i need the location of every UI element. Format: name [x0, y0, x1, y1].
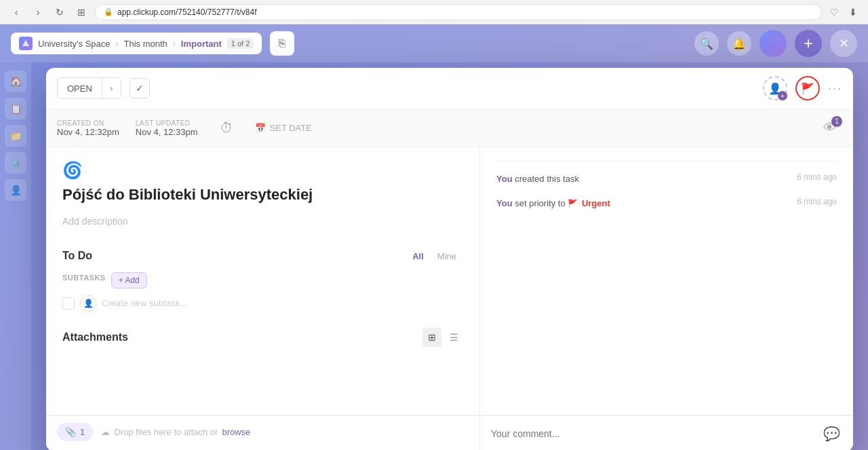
- modal-footer-left: 📎 1 ☁ Drop files here to attach or brows…: [46, 415, 480, 450]
- activity-text-created: You created this task: [496, 172, 786, 186]
- attachments-title: Attachments: [62, 331, 422, 343]
- sidebar-icon-settings[interactable]: ⚙️: [5, 152, 26, 174]
- comment-section: 💬: [480, 415, 853, 450]
- updated-date: Nov 4, 12:33pm: [136, 127, 198, 137]
- breadcrumb-total: 2: [245, 39, 250, 48]
- activity-divider: [496, 161, 837, 162]
- paperclip-icon: 📎: [65, 427, 76, 437]
- urgent-label: Urgent: [582, 198, 610, 208]
- comment-send-button[interactable]: 💬: [821, 423, 842, 445]
- activity-action-2: set priority to: [515, 198, 568, 208]
- watchers-button[interactable]: 👁 1: [818, 116, 842, 140]
- breadcrumb-sep-1: ›: [116, 39, 119, 48]
- task-emoji: 🌀: [62, 161, 463, 180]
- sidebar: 🏠 📋 📁 ⚙️ 👤: [0, 62, 31, 450]
- sidebar-icon-home[interactable]: 🏠: [5, 71, 26, 92]
- priority-flag-icon: 🚩: [568, 198, 578, 210]
- bookmark-icon[interactable]: ♡: [827, 5, 841, 19]
- modal-right-panel: You created this task 6 mins ago You set…: [480, 147, 853, 415]
- filter-all-button[interactable]: All: [406, 248, 431, 264]
- refresh-button[interactable]: ↻: [52, 4, 68, 20]
- workspace-logo: [19, 37, 33, 50]
- activity-text-priority: You set priority to 🚩 Urgent: [496, 197, 786, 210]
- send-icon: 💬: [823, 426, 840, 442]
- set-date-button[interactable]: 📅 SET DATE: [255, 123, 312, 133]
- activity-user-2: You: [496, 198, 513, 208]
- attachments-section: Attachments ⊞ ☰: [62, 328, 463, 347]
- view-grid-button[interactable]: ⊞: [422, 328, 441, 347]
- close-top-button[interactable]: ✕: [830, 30, 857, 57]
- task-title[interactable]: Pójść do Biblioteki Uniwersyteckiej: [62, 185, 463, 205]
- updated-label: LAST UPDATED: [136, 119, 198, 127]
- drop-zone: ☁ Drop files here to attach or browse: [101, 427, 469, 437]
- flag-icon: 🚩: [801, 82, 814, 95]
- url-text: app.clickup.com/752140/752777/t/v84f: [117, 7, 256, 17]
- cloud-upload-icon: ☁: [101, 427, 110, 437]
- browser-actions: ♡ ⬇: [827, 5, 860, 19]
- breadcrumb-filter[interactable]: Important: [181, 39, 222, 49]
- breadcrumb-current: 1: [231, 39, 235, 48]
- created-date-section: CREATED ON Nov 4, 12:32pm: [57, 119, 119, 137]
- search-icon[interactable]: 🔍: [694, 31, 719, 56]
- watchers-badge: 1: [831, 116, 842, 127]
- assignee-button[interactable]: 👤 +: [763, 76, 787, 100]
- back-button[interactable]: ‹: [8, 4, 24, 20]
- view-toggle: ⊞ ☰: [422, 328, 463, 347]
- activity-action-1: created this task: [515, 174, 579, 184]
- set-date-label: SET DATE: [270, 123, 312, 133]
- open-button[interactable]: OPEN: [58, 79, 102, 98]
- attachments-count: 1: [80, 427, 85, 437]
- lock-icon: 🔒: [104, 7, 113, 16]
- top-bar-actions: 🔍 🔔 + ✕: [694, 30, 857, 57]
- updated-date-section: LAST UPDATED Nov 4, 12:33pm: [136, 119, 198, 137]
- view-list-button[interactable]: ☰: [444, 328, 463, 347]
- user-avatar[interactable]: [760, 30, 787, 57]
- complete-button[interactable]: ✓: [130, 78, 150, 98]
- time-estimate-button[interactable]: ⏱: [214, 116, 239, 140]
- sidebar-icon-tasks[interactable]: 📋: [5, 98, 26, 119]
- todo-title: To Do: [62, 250, 406, 262]
- todo-section: To Do All Mine SUBTASKS + Add 👤 Create n…: [62, 248, 463, 312]
- calendar-icon: 📅: [255, 123, 266, 133]
- sidebar-icon-files[interactable]: 📁: [5, 125, 26, 147]
- breadcrumb-sep-2: ›: [173, 39, 176, 48]
- priority-flag-button[interactable]: 🚩: [795, 76, 820, 100]
- comment-input[interactable]: [491, 428, 812, 439]
- modal-left-panel: 🌀 Pójść do Biblioteki Uniwersyteckiej Ad…: [46, 147, 480, 415]
- breadcrumb-view[interactable]: This month: [124, 39, 167, 49]
- add-button[interactable]: +: [795, 30, 822, 57]
- attachments-header: Attachments ⊞ ☰: [62, 328, 463, 347]
- subtask-checkbox[interactable]: [62, 297, 75, 310]
- task-description[interactable]: Add description: [62, 216, 463, 227]
- forward-button[interactable]: ›: [30, 4, 46, 20]
- open-arrow-button[interactable]: ›: [102, 78, 121, 98]
- subtask-assignee-icon[interactable]: 👤: [80, 295, 96, 312]
- url-bar[interactable]: 🔒 app.clickup.com/752140/752777/t/v84f: [95, 4, 822, 20]
- grid-button[interactable]: ⊞: [73, 4, 90, 20]
- todo-header: To Do All Mine: [62, 248, 463, 264]
- browser-bar: ‹ › ↻ ⊞ 🔒 app.clickup.com/752140/752777/…: [0, 0, 868, 24]
- attachments-count-button[interactable]: 📎 1: [57, 423, 93, 441]
- created-label: CREATED ON: [57, 119, 119, 127]
- download-icon[interactable]: ⬇: [846, 5, 860, 19]
- modal-footer-row: 📎 1 ☁ Drop files here to attach or brows…: [46, 415, 853, 450]
- sidebar-icon-user[interactable]: 👤: [5, 179, 26, 201]
- add-subtask-button[interactable]: + Add: [111, 272, 147, 288]
- subtasks-label: SUBTASKS: [62, 274, 106, 282]
- copy-button[interactable]: ⎘: [270, 31, 294, 56]
- more-options-button[interactable]: ···: [828, 81, 842, 96]
- svg-marker-0: [22, 40, 29, 46]
- modal-footer-right: 💬: [480, 415, 853, 450]
- browse-link[interactable]: browse: [222, 427, 250, 437]
- created-date: Nov 4, 12:32pm: [57, 127, 119, 137]
- task-modal: OPEN › ✓ 👤 + 🚩 ··· CREATED ON Nov 4, 12:…: [46, 68, 853, 450]
- notifications-icon[interactable]: 🔔: [727, 31, 751, 56]
- activity-item-created: You created this task 6 mins ago: [496, 172, 837, 186]
- filter-mine-button[interactable]: Mine: [431, 248, 463, 264]
- modal-header: OPEN › ✓ 👤 + 🚩 ···: [46, 68, 853, 109]
- assignee-add-icon: +: [778, 91, 787, 100]
- subtask-input[interactable]: Create new subtask...: [102, 298, 187, 308]
- breadcrumb: University's Space › This month › Import…: [11, 33, 262, 54]
- breadcrumb-workspace[interactable]: University's Space: [38, 39, 111, 49]
- open-button-group: OPEN ›: [57, 77, 121, 99]
